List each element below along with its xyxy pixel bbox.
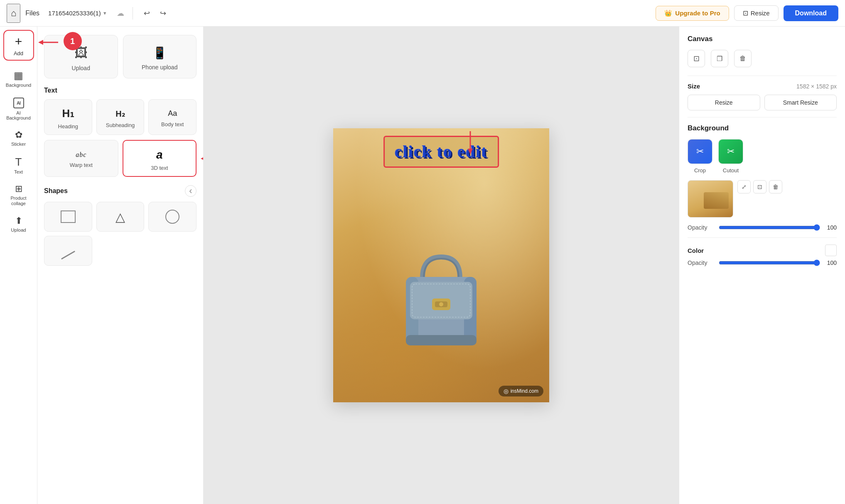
color-label: Color (688, 247, 704, 254)
subheading-icon: H₂ (115, 109, 125, 119)
sidebar-item-sticker[interactable]: ✿ Sticker (3, 125, 34, 151)
size-row: Size 1582 × 1582 px (688, 83, 837, 90)
sidebar-item-background[interactable]: ▦ Background (3, 66, 34, 92)
shape-triangle[interactable]: △ (96, 202, 145, 232)
heading-label: Heading (58, 123, 78, 130)
opacity-slider[interactable] (719, 224, 820, 231)
triangle-icon: △ (115, 210, 125, 224)
body-text-label: Body text (161, 121, 184, 127)
left-sidebar: + Add 1 ▦ Background AI AI Background ✿ … (0, 27, 37, 504)
sticker-icon: ✿ (15, 130, 22, 139)
canvas-text-element[interactable]: click to edit (383, 136, 499, 168)
upgrade-label: Upgrade to Pro (675, 10, 720, 17)
resize-label: Resize (751, 10, 770, 17)
svg-point-12 (439, 302, 443, 306)
opacity-value: 100 (824, 224, 837, 231)
bg-resize-button[interactable]: ⤢ (737, 180, 751, 193)
upgrade-button[interactable]: 👑 Upgrade to Pro (656, 6, 729, 21)
bg-thumb-inner (688, 181, 733, 217)
text-section-label: Text (44, 87, 197, 94)
cloud-sync-icon: ☁ (117, 9, 124, 18)
svg-marker-3 (201, 156, 204, 161)
sidebar-item-upload[interactable]: ⬆ Upload (3, 211, 34, 237)
divider-3 (688, 237, 837, 238)
upload-card[interactable]: 🖼 Upload (44, 35, 118, 78)
divider-1 (688, 76, 837, 76)
opacity-row: Opacity 100 (688, 224, 837, 231)
color-row: Color (688, 245, 837, 256)
cutout-icon: ✂ (718, 139, 743, 164)
delete-icon: 🗑 (739, 55, 746, 62)
color-opacity-row: Opacity 100 (688, 259, 837, 266)
resize-icon: ⊡ (743, 9, 748, 17)
rect-icon (61, 210, 76, 223)
background-options: ✂ Crop ✂ Cutout (688, 139, 837, 174)
subheading-card[interactable]: H₂ Subheading (96, 99, 145, 135)
phone-upload-card[interactable]: 📱 Phone upload (123, 35, 197, 78)
canvas-delete-button[interactable]: 🗑 (734, 50, 752, 67)
3d-text-card[interactable]: a 3D text 2 (123, 140, 197, 177)
crop-option[interactable]: ✂ Crop (688, 139, 712, 174)
canvas-section-title: Canvas (688, 35, 837, 43)
add-button[interactable]: + Add (3, 30, 34, 61)
body-text-card[interactable]: Aa Body text (148, 99, 197, 135)
shapes-grid: △ (44, 202, 197, 266)
upload-card-label: Upload (72, 65, 90, 71)
crop-label: Crop (694, 167, 706, 174)
subheading-label: Subheading (106, 122, 135, 128)
sidebar-item-product-collage-label: Product collage (7, 196, 31, 206)
background-section-title: Background (688, 124, 837, 132)
canvas-copy-button[interactable]: ❐ (711, 50, 728, 67)
upload-icon-sidebar: ⬆ (15, 216, 22, 225)
bg-crop-button[interactable]: ⊡ (753, 180, 766, 193)
shape-line[interactable] (44, 236, 92, 266)
sidebar-item-text[interactable]: T Text (3, 152, 34, 179)
shape-circle[interactable] (148, 202, 197, 232)
upgrade-icon: 👑 (664, 10, 672, 17)
warp-text-card[interactable]: abc Warp text (44, 140, 118, 177)
size-label: Size (688, 83, 700, 90)
color-opacity-label: Opacity (688, 259, 715, 266)
phone-upload-icon: 📱 (152, 46, 167, 60)
topbar: ⌂ Files 1716540253336(1) ▾ ☁ ↩ ↪ 👑 Upgra… (0, 0, 845, 27)
warp-text-icon: abc (76, 151, 86, 159)
download-button[interactable]: Download (784, 5, 838, 21)
smart-resize-button[interactable]: Smart Resize (764, 95, 837, 110)
files-link[interactable]: Files (25, 10, 39, 17)
add-label: Add (14, 50, 23, 56)
redo-button[interactable]: ↪ (157, 6, 169, 20)
upload-row: 🖼 Upload 📱 Phone upload (44, 35, 197, 78)
sidebar-item-sticker-label: Sticker (11, 142, 26, 147)
sidebar-item-ai-background[interactable]: AI AI Background (3, 93, 34, 125)
watermark-text: insMind.com (511, 388, 538, 394)
phone-upload-label: Phone upload (142, 64, 177, 71)
home-button[interactable]: ⌂ (7, 4, 20, 23)
color-opacity-slider[interactable] (719, 259, 820, 266)
bg-action-row: ⤢ ⊡ 🗑 (737, 180, 782, 193)
warp-text-label: Warp text (70, 162, 93, 168)
shapes-section-label: Shapes (44, 187, 68, 195)
color-swatch[interactable] (825, 245, 837, 256)
text-icon: T (15, 157, 22, 167)
upload-card-icon: 🖼 (74, 45, 88, 61)
filename-display[interactable]: 1716540253336(1) ▾ (44, 7, 110, 19)
sidebar-item-text-label: Text (14, 169, 23, 174)
bg-delete-button[interactable]: 🗑 (769, 180, 782, 193)
3d-text-icon: a (156, 148, 163, 161)
divider-2 (688, 117, 837, 117)
undo-button[interactable]: ↩ (141, 6, 152, 20)
shape-rect[interactable] (44, 202, 92, 232)
sidebar-item-product-collage[interactable]: ⊞ Product collage (3, 179, 34, 210)
cutout-option[interactable]: ✂ Cutout (718, 139, 743, 174)
canvas-fit-button[interactable]: ⊡ (688, 50, 705, 67)
shapes-collapse-button[interactable]: ‹ (185, 185, 197, 197)
canvas-icon-row: ⊡ ❐ 🗑 (688, 50, 837, 67)
body-text-icon: Aa (168, 109, 177, 118)
ai-background-icon: AI (13, 98, 24, 108)
resize-button[interactable]: ⊡ Resize (734, 5, 779, 21)
canvas-background[interactable]: click to edit 3 (333, 128, 549, 402)
text-grid: H₁ Heading H₂ Subheading Aa Body text (44, 99, 197, 135)
heading-card[interactable]: H₁ Heading (44, 99, 92, 135)
opacity-label: Opacity (688, 224, 715, 231)
resize-canvas-button[interactable]: Resize (688, 95, 760, 110)
